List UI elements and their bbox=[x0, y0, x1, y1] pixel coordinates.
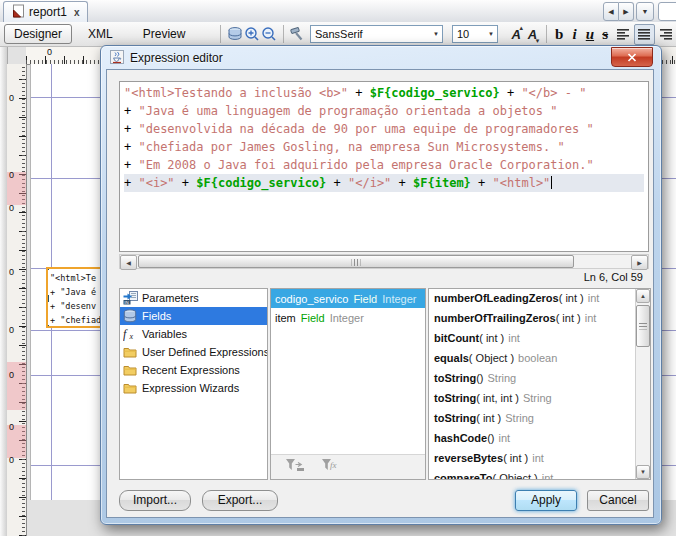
operator-token: + bbox=[326, 176, 348, 190]
cancel-button[interactable]: Cancel bbox=[587, 490, 649, 511]
designer-view-button[interactable]: Designer bbox=[4, 24, 72, 44]
xml-view-button[interactable]: XML bbox=[88, 27, 113, 41]
method-item-numberOfLeadingZeros[interactable]: numberOfLeadingZeros( int )int bbox=[429, 289, 635, 309]
tree-item-recent-expressions[interactable]: Recent Expressions bbox=[120, 361, 267, 379]
method-item-toString[interactable]: toString( int, int )String bbox=[429, 389, 635, 409]
method-item-toString[interactable]: toString()String bbox=[429, 369, 635, 389]
strikethrough-button[interactable]: s bbox=[598, 26, 613, 43]
italic-button[interactable]: i bbox=[567, 26, 582, 43]
method-name: numberOfTrailingZeros bbox=[434, 312, 556, 324]
apply-button[interactable]: Apply bbox=[515, 490, 577, 511]
database-icon[interactable] bbox=[226, 25, 243, 44]
resize-handle[interactable] bbox=[46, 325, 49, 328]
export-button[interactable]: Export... bbox=[202, 490, 278, 511]
tree-item-variables[interactable]: fxVariables bbox=[120, 325, 267, 343]
java-cup-icon bbox=[110, 50, 124, 67]
scroll-tabs-right-button[interactable]: ▶ bbox=[619, 2, 634, 21]
zoom-out-icon[interactable] bbox=[261, 25, 278, 44]
toolbar-separator bbox=[546, 25, 547, 43]
filter-variables-icon[interactable]: fx bbox=[321, 458, 341, 476]
string-token: "<i>" bbox=[138, 176, 174, 190]
horizontal-scrollbar[interactable]: ◀ ▶ bbox=[119, 254, 649, 269]
maximize-tab-button[interactable] bbox=[658, 2, 676, 21]
folder-icon bbox=[123, 345, 138, 359]
method-params: ( int, int ) bbox=[476, 392, 519, 404]
bold-button[interactable]: b bbox=[551, 26, 566, 43]
scroll-right-arrow[interactable]: ▶ bbox=[631, 255, 648, 270]
tree-item-fields[interactable]: Fields bbox=[120, 307, 267, 325]
method-return-type: int bbox=[508, 332, 520, 344]
decrease-font-icon[interactable]: A▼ bbox=[524, 27, 540, 42]
method-item-toString[interactable]: toString( int )String bbox=[429, 409, 635, 429]
method-item-compareTo[interactable]: compareTo( Object )int bbox=[429, 469, 635, 479]
zoom-in-icon[interactable] bbox=[244, 25, 261, 44]
scroll-tabs-left-button[interactable]: ◀ bbox=[603, 2, 619, 21]
scrollbar-thumb[interactable] bbox=[138, 255, 574, 268]
expression-object-tree: INParametersFieldsfxVariablesUser Define… bbox=[119, 288, 268, 480]
ruler-zero-label: 0 bbox=[47, 47, 52, 57]
increase-font-icon[interactable]: A▲ bbox=[508, 27, 524, 42]
tree-item-expression-wizards[interactable]: Expression Wizards bbox=[120, 379, 267, 397]
method-return-type: String bbox=[488, 372, 517, 384]
expression-line: + "Em 2008 o Java foi adquirido pela emp… bbox=[124, 156, 644, 174]
resize-handle[interactable] bbox=[46, 295, 49, 302]
method-return-type: String bbox=[523, 392, 552, 404]
method-params: ( int ) bbox=[476, 412, 501, 424]
string-token: "</b> - " bbox=[521, 86, 586, 100]
scroll-down-arrow[interactable]: ▼ bbox=[636, 465, 650, 479]
close-button[interactable] bbox=[611, 47, 653, 67]
tab-list-dropdown-button[interactable]: ▼ bbox=[636, 2, 654, 21]
dialog-body: "<html>Testando a inclusão <b>" + $F{cod… bbox=[106, 69, 654, 518]
tree-item-parameters[interactable]: INParameters bbox=[120, 289, 267, 307]
align-justify-icon[interactable] bbox=[634, 24, 655, 45]
method-name: reverseBytes bbox=[434, 452, 503, 464]
method-item-bitCount[interactable]: bitCount( int )int bbox=[429, 329, 635, 349]
resize-handle[interactable] bbox=[46, 267, 49, 270]
method-return-type: int bbox=[588, 292, 600, 304]
align-right-icon[interactable] bbox=[655, 24, 676, 45]
method-item-equals[interactable]: equals( Object )boolean bbox=[429, 349, 635, 369]
string-token: "chefiada por James Gosling, na empresa … bbox=[138, 140, 564, 154]
toolbar-separator bbox=[220, 25, 221, 43]
vertical-scrollbar[interactable]: ▲ ▼ bbox=[635, 289, 650, 479]
chevron-down-icon: ▼ bbox=[483, 31, 494, 37]
tab-close-icon[interactable]: x bbox=[74, 7, 80, 18]
tab-bar: report1 x ◀ ▶ ▼ bbox=[0, 0, 676, 23]
method-params: () bbox=[487, 432, 494, 444]
scroll-left-arrow[interactable]: ◀ bbox=[120, 255, 137, 270]
underline-button[interactable]: u bbox=[582, 26, 597, 43]
method-item-hashCode[interactable]: hashCode()int bbox=[429, 429, 635, 449]
toolbar-separator bbox=[283, 25, 284, 43]
method-item-reverseBytes[interactable]: reverseBytes( int )int bbox=[429, 449, 635, 469]
import-button[interactable]: Import... bbox=[119, 490, 191, 511]
string-token: "Em 2008 o Java foi adquirido pela empre… bbox=[138, 158, 593, 172]
method-params: ( int ) bbox=[503, 452, 528, 464]
align-left-icon[interactable] bbox=[613, 24, 634, 45]
tools-hammer-icon[interactable] bbox=[289, 25, 306, 44]
field-type: Integer bbox=[382, 293, 416, 305]
selected-text-element[interactable]: "<html>Te+ "Java é+ "desenv+ "chefiad bbox=[46, 267, 103, 328]
field-item-codigo_servico[interactable]: codigo_servicoFieldInteger bbox=[271, 289, 425, 308]
preview-view-button[interactable]: Preview bbox=[143, 27, 186, 41]
tree-item-label: Variables bbox=[142, 328, 187, 340]
operator-token: + bbox=[175, 176, 197, 190]
method-name: equals bbox=[434, 352, 469, 364]
folder-icon bbox=[123, 381, 138, 395]
expression-text-area[interactable]: "<html>Testando a inclusão <b>" + $F{cod… bbox=[119, 81, 649, 252]
variables-icon: fx bbox=[123, 327, 138, 341]
font-name-select[interactable]: SansSerif ▼ bbox=[310, 25, 443, 43]
scroll-up-arrow[interactable]: ▲ bbox=[636, 289, 650, 303]
tab-report1[interactable]: report1 x bbox=[3, 1, 88, 22]
scrollbar-thumb[interactable] bbox=[636, 305, 650, 347]
filter-parameters-icon[interactable] bbox=[285, 458, 305, 476]
method-name: toString bbox=[434, 412, 476, 424]
chevron-down-icon: ▼ bbox=[428, 31, 439, 37]
string-token: "Java é uma linguagem de programação ori… bbox=[138, 104, 557, 118]
ruler-zero-label: 0 bbox=[9, 422, 14, 432]
tree-item-user-defined-expressions[interactable]: User Defined Expressions bbox=[120, 343, 267, 361]
field-item-item[interactable]: itemFieldInteger bbox=[271, 308, 425, 327]
font-size-select[interactable]: 10 ▼ bbox=[452, 25, 498, 43]
field-token: $F{codigo_servico} bbox=[196, 176, 326, 190]
dialog-titlebar[interactable]: Expression editor bbox=[110, 49, 223, 67]
method-item-numberOfTrailingZeros[interactable]: numberOfTrailingZeros( int )int bbox=[429, 309, 635, 329]
